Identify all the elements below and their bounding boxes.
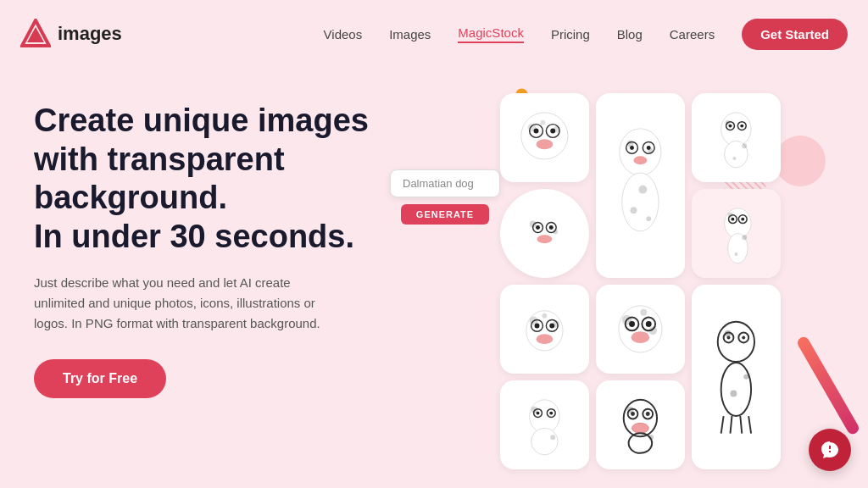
svg-point-11 bbox=[541, 120, 546, 125]
svg-point-21 bbox=[639, 186, 648, 194]
svg-point-49 bbox=[742, 235, 747, 240]
svg-point-12 bbox=[620, 129, 661, 175]
prompt-input-mockup: Dalmatian dog bbox=[390, 169, 500, 197]
svg-point-74 bbox=[721, 363, 751, 416]
svg-point-88 bbox=[531, 407, 538, 413]
logo[interactable]: images bbox=[20, 19, 122, 49]
dog-card-large-center bbox=[596, 93, 685, 278]
dog-card-7 bbox=[596, 285, 685, 374]
chat-button[interactable] bbox=[809, 429, 851, 471]
site-header: images Videos Images MagicStock Pricing … bbox=[0, 0, 868, 68]
svg-line-76 bbox=[731, 416, 732, 434]
svg-point-68 bbox=[641, 309, 648, 316]
svg-point-46 bbox=[732, 218, 735, 221]
svg-point-22 bbox=[631, 208, 637, 214]
svg-point-94 bbox=[646, 412, 650, 416]
svg-point-73 bbox=[742, 336, 745, 340]
svg-point-56 bbox=[537, 334, 554, 344]
svg-point-38 bbox=[549, 225, 554, 230]
hero-description: Just describe what you need and let AI c… bbox=[34, 273, 322, 334]
get-started-button[interactable]: Get Started bbox=[742, 19, 848, 50]
svg-point-87 bbox=[531, 428, 559, 455]
svg-point-10 bbox=[554, 126, 560, 133]
nav-careers[interactable]: Careers bbox=[670, 27, 715, 42]
svg-line-77 bbox=[740, 416, 742, 434]
svg-line-75 bbox=[721, 416, 724, 434]
svg-point-97 bbox=[627, 407, 634, 413]
svg-point-86 bbox=[549, 412, 553, 415]
svg-point-58 bbox=[553, 321, 559, 328]
hero-illustration: Dalmatian dog GENERATE bbox=[373, 93, 834, 483]
hero-section: Create unique images with transparent ba… bbox=[0, 68, 868, 488]
svg-point-80 bbox=[743, 374, 748, 380]
svg-point-47 bbox=[741, 218, 744, 221]
svg-point-59 bbox=[542, 313, 548, 319]
svg-point-9 bbox=[528, 124, 537, 132]
svg-point-39 bbox=[537, 235, 553, 243]
svg-point-48 bbox=[728, 213, 733, 218]
svg-point-37 bbox=[536, 225, 540, 230]
svg-point-20 bbox=[648, 148, 653, 153]
svg-point-23 bbox=[646, 216, 651, 221]
logo-text: images bbox=[58, 23, 122, 45]
nav-pricing[interactable]: Pricing bbox=[551, 27, 590, 42]
generate-button-mockup[interactable]: GENERATE bbox=[401, 204, 489, 225]
main-nav: Videos Images MagicStock Pricing Blog Ca… bbox=[324, 19, 848, 50]
nav-videos[interactable]: Videos bbox=[324, 27, 363, 42]
dog-card-tall-right bbox=[692, 285, 781, 469]
dog-card-9 bbox=[500, 380, 589, 469]
dog-card-5 bbox=[692, 189, 781, 278]
dog-card-3 bbox=[692, 93, 781, 182]
hero-title: Create unique images with transparent ba… bbox=[34, 102, 373, 256]
svg-point-17 bbox=[634, 157, 648, 165]
logo-icon bbox=[20, 19, 51, 49]
dog-card-circle bbox=[500, 189, 589, 278]
deco-pink-circle-large bbox=[775, 136, 826, 186]
nav-blog[interactable]: Blog bbox=[617, 27, 643, 42]
svg-point-66 bbox=[622, 315, 632, 325]
hero-text-block: Create unique images with transparent ba… bbox=[34, 93, 373, 398]
svg-point-79 bbox=[725, 330, 732, 337]
svg-point-89 bbox=[550, 435, 555, 440]
nav-magicstock[interactable]: MagicStock bbox=[458, 25, 524, 43]
nav-images[interactable]: Images bbox=[389, 27, 431, 42]
svg-point-81 bbox=[731, 391, 737, 397]
try-free-button[interactable]: Try for Free bbox=[34, 359, 166, 398]
svg-point-18 bbox=[622, 173, 659, 231]
svg-point-19 bbox=[627, 141, 634, 147]
svg-point-69 bbox=[718, 322, 754, 362]
deco-gradient-bar bbox=[795, 335, 860, 436]
svg-point-32 bbox=[733, 157, 737, 160]
svg-point-57 bbox=[530, 317, 538, 325]
svg-point-98 bbox=[648, 435, 654, 440]
svg-point-8 bbox=[537, 139, 554, 149]
svg-point-30 bbox=[726, 120, 731, 125]
svg-point-41 bbox=[553, 230, 558, 235]
input-mockup: Dalmatian dog GENERATE bbox=[390, 169, 500, 225]
svg-point-31 bbox=[742, 143, 747, 148]
svg-point-50 bbox=[735, 252, 738, 256]
svg-point-40 bbox=[530, 221, 537, 228]
dog-card-10 bbox=[596, 380, 685, 469]
dog-card-6 bbox=[500, 285, 589, 374]
svg-point-28 bbox=[729, 125, 732, 128]
svg-point-64 bbox=[646, 321, 652, 327]
svg-line-78 bbox=[748, 416, 751, 434]
dog-image-grid bbox=[500, 93, 781, 469]
svg-point-65 bbox=[632, 331, 650, 343]
svg-point-67 bbox=[648, 327, 657, 336]
svg-point-95 bbox=[632, 424, 649, 434]
svg-point-29 bbox=[740, 125, 743, 128]
chat-icon bbox=[820, 440, 840, 460]
dog-card-1 bbox=[500, 93, 589, 182]
